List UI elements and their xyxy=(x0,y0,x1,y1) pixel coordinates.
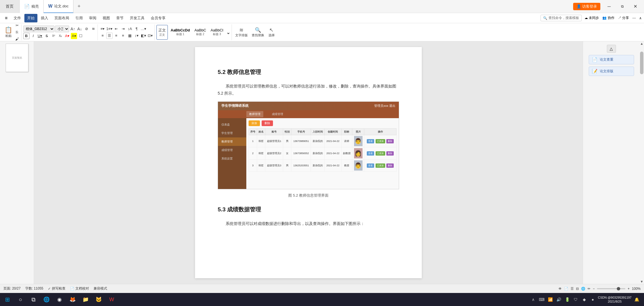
doc-compare-status[interactable]: 📄 文档校对 xyxy=(70,286,89,291)
zoom-out-btn[interactable]: − xyxy=(593,287,595,291)
format-more-btn[interactable]: ≋ xyxy=(90,26,96,32)
list-ordered-btn[interactable]: 1≡▾ xyxy=(106,26,113,32)
textbox-btn[interactable]: ☐ xyxy=(78,33,84,39)
doc-area[interactable]: 5.2 教师信息管理 系统管理员可以管理教师信息，可以对教师信息进行添加，修改，… xyxy=(34,41,583,284)
style-h3[interactable]: AaBbCI 标题 3 xyxy=(209,25,225,40)
superscript-btn[interactable]: X² xyxy=(50,33,57,39)
tab-add-button[interactable]: + xyxy=(73,0,85,13)
line-spacing-btn[interactable]: ↕▾ xyxy=(134,33,140,39)
scroll-up-btn[interactable]: ▲ xyxy=(639,41,644,46)
tray-app2-icon[interactable]: ● xyxy=(589,296,597,303)
tray-arrow[interactable]: ∧ xyxy=(529,296,537,303)
styles-expand-btn[interactable]: ⌄ xyxy=(226,29,230,35)
menu-start[interactable]: 开始 xyxy=(24,14,37,22)
tray-volume-icon[interactable]: 🔊 xyxy=(555,296,563,303)
delete-btn-2[interactable]: 删除 xyxy=(386,151,394,156)
tray-battery-icon[interactable]: 🔋 xyxy=(563,296,571,303)
decrease-font-btn[interactable]: A↓ xyxy=(77,26,83,32)
windows-start-btn[interactable]: ⊞ xyxy=(1,293,14,306)
page-thumbnail[interactable]: 页面预览 xyxy=(6,44,28,72)
more-btn[interactable]: ⋯ xyxy=(632,16,636,20)
view-web-icon[interactable]: 🌐 xyxy=(581,287,585,291)
para-more-btn[interactable]: …▾ xyxy=(140,26,147,32)
delete-btn-1[interactable]: 删除 xyxy=(386,139,394,143)
view-normal-icon[interactable]: 👁 xyxy=(558,287,562,291)
font-selector[interactable]: 楷体_GB2312 xyxy=(23,26,54,32)
taskbar-app5-icon[interactable]: 🐱 xyxy=(92,293,105,306)
view-split-icon[interactable]: ⊟ xyxy=(576,287,579,291)
sort-btn[interactable]: ↕A xyxy=(127,26,133,32)
taskbar-files-icon[interactable]: 📁 xyxy=(79,293,92,306)
indent-increase-btn[interactable]: ⇥ xyxy=(120,26,126,32)
edit-btn-1[interactable]: 查看 xyxy=(367,139,374,143)
size-selector[interactable]: 小三 xyxy=(55,26,69,32)
edit-btn-3[interactable]: 查看 xyxy=(367,163,374,168)
increase-font-btn[interactable]: A↑ xyxy=(70,26,76,32)
menu-file[interactable]: 文件 xyxy=(11,14,24,22)
tab-doc[interactable]: W 论文.doc xyxy=(44,0,73,13)
delete-btn-3[interactable]: 删除 xyxy=(386,163,394,168)
thesis-check-btn[interactable]: 📄 论文查重 xyxy=(589,55,634,64)
select-btn[interactable]: ↖ 选择 xyxy=(266,25,277,40)
clear-format-btn[interactable]: ⊘ xyxy=(83,26,90,32)
strikethrough-button[interactable]: S̶ xyxy=(44,33,50,39)
collab-btn[interactable]: 👥 协作 xyxy=(602,16,614,20)
system-clock[interactable]: CSDN @903295391197 2021/8/25 xyxy=(598,296,632,304)
sidebar-collapse-btn[interactable]: △ xyxy=(607,45,616,53)
style-h1[interactable]: AaBbCcDd 标题 1 xyxy=(169,25,192,40)
restore-button[interactable]: ⧉ xyxy=(616,0,629,13)
taskbar-firefox-icon[interactable]: 🦊 xyxy=(66,293,79,306)
share-btn[interactable]: ↗ 分享 xyxy=(618,16,629,20)
view-page-icon[interactable]: 📄 xyxy=(564,287,568,291)
menu-vip[interactable]: 会员专享 xyxy=(148,14,168,22)
indent-decrease-btn[interactable]: ⇤ xyxy=(113,26,119,32)
spell-check-status[interactable]: ✓ 拼写检查 xyxy=(48,286,65,291)
align-center-btn[interactable]: ☰ xyxy=(106,33,113,39)
search-box[interactable]: 🔍 查找命令，搜索模板 xyxy=(541,15,582,21)
menu-icon[interactable]: ≡ xyxy=(2,14,10,22)
menu-chapter[interactable]: 章节 xyxy=(113,14,126,22)
zoom-in-btn[interactable]: + xyxy=(628,287,630,291)
close-button[interactable]: ✕ xyxy=(629,0,642,13)
align-right-btn[interactable]: ≡ xyxy=(113,33,119,39)
tab-home[interactable]: 首页 xyxy=(0,0,20,13)
view-outline-icon[interactable]: ☰ xyxy=(571,287,574,291)
update-btn-2[interactable]: 已更新 xyxy=(376,151,385,156)
menu-insert[interactable]: 插入 xyxy=(38,14,51,22)
menu-devtools[interactable]: 开发工具 xyxy=(127,14,147,22)
vertical-scrollbar[interactable]: ▲ ▼ xyxy=(639,41,644,284)
minimize-button[interactable]: ─ xyxy=(603,0,616,13)
scroll-down-btn[interactable]: ▼ xyxy=(639,279,644,284)
update-btn-1[interactable]: 已更新 xyxy=(376,139,385,143)
collapse-btn[interactable]: ∧ xyxy=(639,16,642,20)
italic-button[interactable]: I xyxy=(30,33,36,39)
cortana-btn[interactable]: ○ xyxy=(14,293,27,306)
table-btn[interactable]: ▦ xyxy=(127,33,133,39)
align-left-btn[interactable]: ≡ xyxy=(99,33,106,39)
text-layout-btn[interactable]: ≋ 文字排版 xyxy=(234,25,249,40)
zoom-slider[interactable] xyxy=(597,288,625,289)
find-replace-btn[interactable]: 🔍 查找替换 xyxy=(250,25,266,40)
login-button[interactable]: 👤 访客登录 xyxy=(573,3,600,10)
align-justify-btn[interactable]: ≡ xyxy=(120,33,126,39)
copy-button[interactable]: ⎘ xyxy=(14,29,20,35)
sys-add-btn[interactable]: 添加 xyxy=(249,120,260,126)
update-btn-3[interactable]: 已更新 xyxy=(376,163,385,168)
task-view-btn[interactable]: ⧉ xyxy=(27,293,40,306)
style-h2[interactable]: AaBbC 标题 2 xyxy=(193,25,208,40)
scrollbar-thumb[interactable] xyxy=(640,52,643,74)
zoom-thumb[interactable] xyxy=(617,287,620,290)
paste-button[interactable]: 📋 粘贴 xyxy=(3,25,13,40)
tray-app1-icon[interactable]: ◆ xyxy=(580,296,588,303)
taskbar-ie-icon[interactable]: 🌐 xyxy=(40,293,53,306)
list-unordered-btn[interactable]: ≡▾ xyxy=(99,26,106,32)
menu-layout[interactable]: 页面布局 xyxy=(52,14,72,22)
style-normal[interactable]: 正文 正文 xyxy=(156,25,168,40)
sys-delete-btn[interactable]: 删除 xyxy=(262,120,273,126)
shading-btn[interactable]: ◧▾ xyxy=(140,33,147,39)
cut-button[interactable]: ✂ xyxy=(14,22,20,29)
font-color-btn[interactable]: A▾ xyxy=(64,33,70,39)
thesis-format-btn[interactable]: 📝 论文排版 xyxy=(589,67,634,76)
tray-antivirus-icon[interactable]: 🛡 xyxy=(572,296,580,303)
view-edit-icon[interactable]: ✏ xyxy=(588,287,590,291)
